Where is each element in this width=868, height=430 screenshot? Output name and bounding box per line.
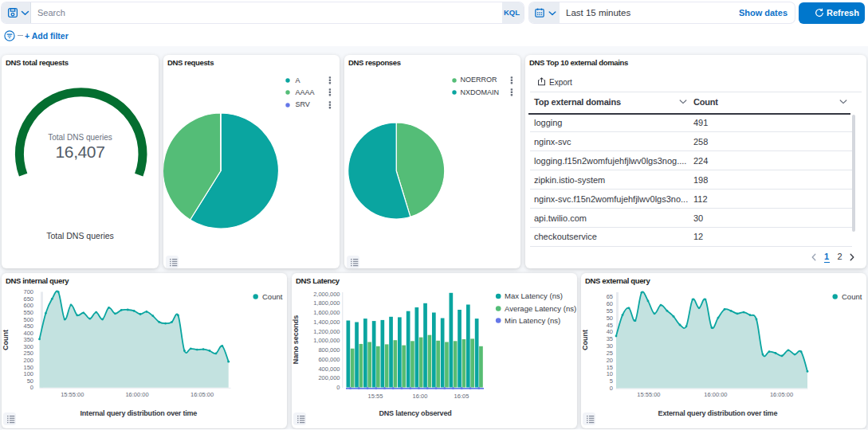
svg-text:550: 550 (23, 309, 33, 316)
svg-text:Nano seconds: Nano seconds (292, 315, 300, 365)
svg-text:Count: Count (2, 330, 10, 350)
svg-text:65: 65 (607, 293, 613, 300)
svg-text:16:05:00: 16:05:00 (190, 391, 214, 398)
svg-text:30: 30 (607, 342, 613, 350)
svg-text:25: 25 (607, 350, 613, 357)
svg-text:55: 55 (607, 307, 613, 315)
svg-text:100: 100 (23, 370, 33, 377)
svg-text:50: 50 (607, 315, 613, 322)
svg-text:60: 60 (607, 300, 613, 307)
svg-text:16:05: 16:05 (454, 393, 469, 400)
svg-text:1,400,000: 1,400,000 (313, 319, 340, 326)
svg-text:45: 45 (607, 322, 613, 329)
svg-text:DNS latency observed: DNS latency observed (379, 409, 451, 417)
svg-text:50: 50 (27, 377, 33, 385)
svg-text:20: 20 (607, 357, 613, 364)
svg-text:400,000: 400,000 (318, 366, 340, 373)
svg-text:450: 450 (23, 322, 33, 330)
svg-text:500: 500 (23, 316, 33, 323)
svg-text:0: 0 (30, 384, 33, 391)
svg-text:Count: Count (842, 292, 862, 301)
svg-text:Max Latency (ns): Max Latency (ns) (505, 291, 563, 300)
svg-text:15:55:00: 15:55:00 (637, 391, 660, 398)
svg-text:200: 200 (23, 357, 33, 364)
svg-text:1,000,000: 1,000,000 (313, 337, 340, 344)
svg-text:Average Latency (ns): Average Latency (ns) (505, 304, 576, 313)
svg-text:35: 35 (607, 335, 613, 342)
svg-text:16:00:00: 16:00:00 (704, 391, 727, 398)
svg-text:Internal query distribution ov: Internal query distribution over time (80, 409, 197, 417)
svg-text:External query distribution ov: External query distribution over time (658, 409, 778, 417)
svg-text:1,600,000: 1,600,000 (313, 309, 340, 316)
svg-text:1,200,000: 1,200,000 (313, 328, 340, 335)
svg-text:40: 40 (607, 328, 613, 335)
svg-text:700: 700 (23, 288, 33, 295)
svg-text:10: 10 (607, 370, 613, 377)
svg-text:2,000,000: 2,000,000 (313, 291, 340, 298)
svg-text:16:00: 16:00 (413, 393, 428, 400)
svg-text:0: 0 (336, 384, 340, 391)
svg-text:Min Latency (ns): Min Latency (ns) (505, 316, 560, 325)
svg-text:650: 650 (23, 295, 33, 303)
svg-text:800,000: 800,000 (318, 346, 340, 354)
svg-text:200,000: 200,000 (318, 374, 340, 381)
svg-text:15:55:00: 15:55:00 (61, 391, 84, 398)
svg-text:15: 15 (607, 364, 613, 371)
svg-text:600: 600 (23, 302, 33, 309)
svg-text:Count: Count (581, 330, 589, 350)
svg-text:350: 350 (23, 336, 33, 343)
svg-text:16:00:00: 16:00:00 (125, 391, 148, 398)
svg-text:250: 250 (23, 350, 33, 357)
svg-text:5: 5 (610, 377, 613, 385)
svg-text:Count: Count (262, 292, 283, 301)
svg-text:15:55: 15:55 (368, 393, 383, 400)
svg-text:600,000: 600,000 (318, 356, 340, 363)
svg-text:1,800,000: 1,800,000 (313, 299, 340, 307)
svg-text:0: 0 (610, 385, 613, 392)
svg-text:300: 300 (23, 343, 33, 350)
svg-text:16:05:00: 16:05:00 (770, 391, 793, 398)
svg-text:400: 400 (23, 330, 33, 337)
svg-text:150: 150 (23, 364, 33, 371)
